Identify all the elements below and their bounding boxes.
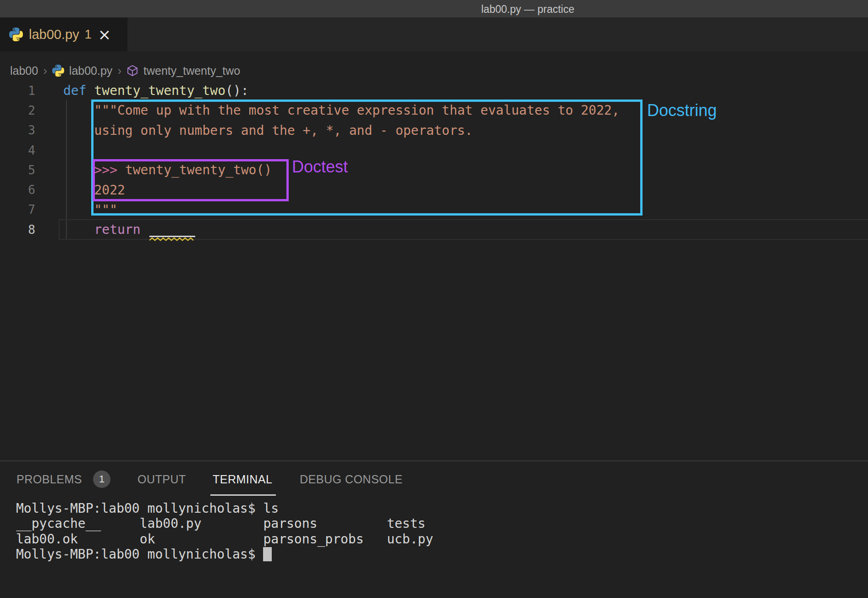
code-token bbox=[63, 162, 94, 177]
terminal-prompt-line: Mollys-MBP:lab00 mollynicholas$ bbox=[16, 547, 433, 562]
terminal-line: __pycache__ lab00.py parsons tests bbox=[16, 516, 433, 531]
docstring-annotation-label: Docstring bbox=[647, 101, 717, 120]
breadcrumb: lab00 › lab00.py › twenty_twenty_two bbox=[10, 63, 240, 78]
problems-count-badge: 1 bbox=[93, 471, 110, 488]
code-line[interactable]: 8 return bbox=[0, 220, 868, 239]
code-token bbox=[63, 123, 94, 138]
code-token bbox=[63, 183, 94, 198]
code-token: twenty_twenty_two bbox=[94, 83, 225, 98]
line-number: 5 bbox=[0, 163, 35, 177]
tab-modified-count: 1 bbox=[85, 28, 92, 42]
breadcrumb-item-symbol[interactable]: twenty_twenty_two bbox=[143, 64, 240, 78]
python-icon bbox=[52, 65, 64, 77]
code-line[interactable]: 1 def twenty_twenty_two(): bbox=[0, 81, 868, 100]
warning-squiggle-icon bbox=[149, 237, 195, 242]
line-number: 4 bbox=[0, 144, 35, 157]
terminal-prompt: Mollys-MBP:lab00 mollynicholas$ bbox=[16, 547, 263, 562]
terminal-cursor bbox=[263, 547, 272, 561]
panel-tab-problems[interactable]: PROBLEMS bbox=[16, 473, 82, 486]
panel-tab-terminal[interactable]: TERMINAL bbox=[213, 473, 272, 486]
editor-tab-bar: lab00.py 1 × bbox=[0, 17, 868, 51]
tab-label: lab00.py bbox=[29, 27, 79, 42]
line-number: 7 bbox=[0, 203, 35, 216]
window-title: lab00.py — practice bbox=[481, 3, 574, 16]
code-token bbox=[141, 222, 148, 237]
chevron-right-icon: › bbox=[43, 64, 47, 78]
code-token bbox=[63, 202, 94, 217]
terminal-line: lab00.ok ok parsons_probs ucb.py bbox=[16, 532, 433, 547]
code-token bbox=[63, 103, 94, 118]
code-token: def bbox=[63, 83, 94, 98]
tab-lab00py[interactable]: lab00.py 1 × bbox=[0, 17, 127, 51]
doctest-annotation-box bbox=[93, 159, 289, 201]
panel-tab-output[interactable]: OUTPUT bbox=[137, 473, 186, 486]
breadcrumb-item-file[interactable]: lab00.py bbox=[69, 64, 113, 78]
code-token bbox=[63, 222, 94, 237]
line-number: 2 bbox=[0, 104, 35, 117]
line-number: 8 bbox=[0, 223, 35, 237]
code-token: return bbox=[94, 222, 140, 237]
breadcrumb-item-folder[interactable]: lab00 bbox=[10, 64, 38, 78]
doctest-annotation-label: Doctest bbox=[292, 157, 348, 177]
code-token: (): bbox=[225, 83, 249, 98]
symbol-namespace-icon bbox=[126, 65, 138, 77]
active-tab-underline bbox=[210, 494, 276, 496]
terminal-line: Mollys-MBP:lab00 mollynicholas$ ls bbox=[16, 501, 433, 516]
chevron-right-icon: › bbox=[117, 64, 121, 78]
line-number: 6 bbox=[0, 183, 35, 197]
python-icon bbox=[9, 28, 23, 41]
panel-tab-debug-console[interactable]: DEBUG CONSOLE bbox=[300, 473, 403, 486]
tab-close-icon[interactable]: × bbox=[98, 28, 111, 41]
line-number: 1 bbox=[0, 84, 35, 98]
terminal-output[interactable]: Mollys-MBP:lab00 mollynicholas$ ls __pyc… bbox=[16, 501, 433, 562]
panel-divider bbox=[0, 460, 868, 461]
line-number: 3 bbox=[0, 123, 35, 137]
window-titlebar: lab00.py — practice bbox=[0, 0, 868, 17]
